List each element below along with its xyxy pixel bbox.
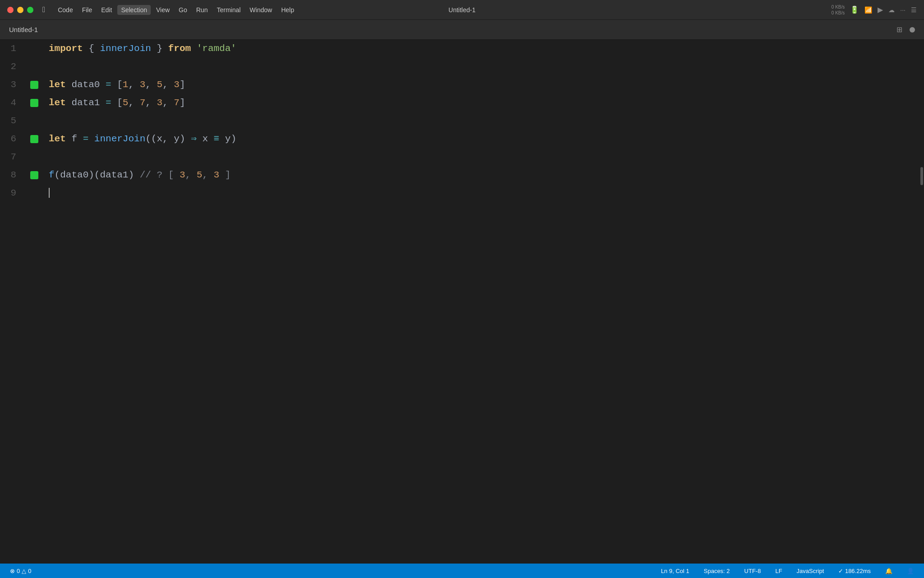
code-editor[interactable]: 1import { innerJoin } from 'ramda'23let …	[0, 40, 919, 564]
menu-help[interactable]: Help	[277, 5, 298, 15]
token-kw-let: let	[49, 134, 66, 144]
token-punct: ,	[162, 79, 174, 90]
line-gutter-6[interactable]	[27, 135, 42, 143]
token-fn-name: f	[49, 170, 55, 180]
menu-go[interactable]: Go	[175, 5, 191, 15]
token-var	[88, 134, 94, 144]
token-op: =	[106, 98, 111, 108]
settings-dot[interactable]	[910, 27, 915, 33]
token-comment: ,	[185, 170, 197, 180]
breakpoint-3[interactable]	[30, 81, 38, 89]
status-right: Ln 9, Col 1 Spaces: 2 UTF-8 LF JavaScrip…	[658, 567, 917, 575]
line-number-3: 3	[0, 76, 27, 94]
token-comment-num: 3	[214, 170, 220, 180]
error-icon: ⊗	[10, 568, 15, 574]
token-op: =	[83, 134, 89, 144]
timing-info: ✓ 186.22ms	[836, 567, 873, 575]
close-button[interactable]	[7, 7, 14, 13]
line-code-5	[42, 112, 919, 130]
line-number-5: 5	[0, 112, 27, 130]
code-line-4: 4let data1 = [5, 7, 3, 7]	[0, 94, 919, 112]
statusbar: ⊗ 0 △ 0 Ln 9, Col 1 Spaces: 2 UTF-8 LF J…	[0, 564, 924, 578]
play-icon[interactable]: ▶	[878, 5, 883, 14]
breakpoint-6[interactable]	[30, 135, 38, 143]
token-var: y	[174, 134, 180, 144]
eol-setting[interactable]: LF	[772, 567, 785, 575]
token-num: 3	[174, 79, 180, 90]
token-num: 1	[123, 79, 129, 90]
list-icon[interactable]: ☰	[911, 6, 917, 14]
token-num: 7	[140, 98, 146, 108]
apple-menu[interactable]: 	[42, 5, 45, 14]
code-line-2: 2	[0, 58, 919, 76]
token-punct: ,	[162, 98, 174, 108]
spaces-setting[interactable]: Spaces: 2	[701, 567, 733, 575]
token-punct: [	[111, 79, 123, 90]
encoding-setting[interactable]: UTF-8	[742, 567, 764, 575]
cursor-position[interactable]: Ln 9, Col 1	[658, 567, 692, 575]
token-comment: // ?	[140, 170, 168, 180]
token-kw-from: from	[168, 43, 191, 54]
breakpoint-8[interactable]	[30, 171, 38, 179]
token-punct: )	[128, 170, 139, 180]
minimize-button[interactable]	[17, 7, 23, 13]
token-comment-num: 3	[180, 170, 185, 180]
token-punct: ]	[180, 79, 185, 90]
menu-window[interactable]: Window	[246, 5, 276, 15]
line-code-1: import { innerJoin } from 'ramda'	[42, 40, 919, 58]
token-num: 7	[174, 98, 180, 108]
errors-status[interactable]: ⊗ 0 △ 0	[7, 567, 34, 575]
warning-count: 0	[28, 568, 31, 574]
menu-selection[interactable]: Selection	[117, 5, 151, 15]
account-icon[interactable]: 👤	[904, 567, 917, 575]
token-punct: )	[231, 134, 236, 144]
window-title: Untitled-1	[448, 6, 476, 14]
code-line-6: 6let f = innerJoin((x, y) ⇒ x ≡ y)	[0, 130, 919, 148]
menu-run[interactable]: Run	[193, 5, 212, 15]
token-var: data0	[66, 79, 106, 90]
token-comment: ,	[202, 170, 213, 180]
menu-file[interactable]: File	[79, 5, 96, 15]
cloud-icon[interactable]: ☁	[888, 6, 895, 14]
line-gutter-3[interactable]	[27, 81, 42, 89]
line-gutter-4[interactable]	[27, 99, 42, 107]
token-fn-name: innerJoin	[94, 134, 145, 144]
status-left: ⊗ 0 △ 0	[7, 567, 34, 575]
token-eq3: ≡	[214, 134, 220, 144]
token-punct: ,	[128, 79, 139, 90]
menu-view[interactable]: View	[152, 5, 173, 15]
token-punct: )(	[88, 170, 100, 180]
split-editor-icon[interactable]: ⊞	[896, 25, 902, 34]
token-punct: (	[55, 170, 60, 180]
token-punct: ,	[162, 134, 174, 144]
code-line-5: 5	[0, 112, 919, 130]
tab-title[interactable]: Untitled-1	[9, 26, 38, 33]
menu-terminal[interactable]: Terminal	[213, 5, 244, 15]
breakpoint-4[interactable]	[30, 99, 38, 107]
titlebar-right: 0 KB/s 0 KB/s 🔋 📶 ▶ ☁ ··· ☰	[832, 4, 917, 16]
more-icon[interactable]: ···	[900, 6, 906, 14]
tabbar: Untitled-1 ⊞	[0, 20, 924, 40]
line-gutter-8[interactable]	[27, 171, 42, 179]
token-punct: ,	[128, 98, 139, 108]
notification-icon[interactable]: 🔔	[882, 567, 895, 575]
network-info: 0 KB/s 0 KB/s	[832, 4, 845, 16]
token-num: 5	[123, 98, 129, 108]
titlebar:  Code File Edit Selection View Go Run T…	[0, 0, 924, 20]
language-mode[interactable]: JavaScript	[794, 567, 827, 575]
token-punct: ,	[145, 98, 157, 108]
code-line-1: 1import { innerJoin } from 'ramda'	[0, 40, 919, 58]
menu-edit[interactable]: Edit	[97, 5, 116, 15]
token-kw-let: let	[49, 79, 66, 90]
code-line-8: 8f(data0)(data1) // ? [ 3, 5, 3 ]	[0, 166, 919, 184]
token-punct: [	[111, 98, 123, 108]
error-count: 0	[17, 568, 20, 574]
menu-code[interactable]: Code	[54, 5, 76, 15]
maximize-button[interactable]	[27, 7, 33, 13]
token-var: y	[219, 134, 231, 144]
token-punct: ,	[145, 79, 157, 90]
token-comment-num: 5	[197, 170, 203, 180]
wifi-icon: 📶	[864, 6, 872, 14]
scrollbar-thumb[interactable]	[920, 167, 923, 185]
network-up: 0 KB/s	[832, 4, 845, 10]
